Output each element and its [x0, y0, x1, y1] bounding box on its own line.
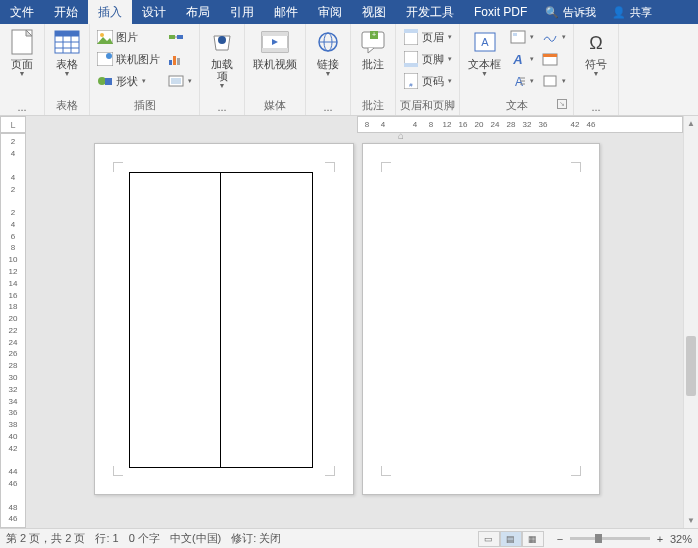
header-button[interactable]: 页眉▾	[400, 26, 455, 48]
date-icon	[542, 51, 558, 67]
chart-button[interactable]	[165, 48, 195, 70]
scroll-thumb[interactable]	[686, 336, 696, 396]
zoom-out-button[interactable]: −	[554, 533, 566, 545]
text-box-icon: A	[471, 28, 499, 56]
tab-devtools[interactable]: 开发工具	[396, 0, 464, 24]
links-button[interactable]: 链接 ▼	[310, 26, 346, 79]
view-buttons: ▭ ▤ ▦	[478, 531, 544, 547]
parts-icon	[510, 29, 526, 45]
tell-me[interactable]: 🔍告诉我	[537, 0, 604, 24]
ruler-vertical[interactable]: 2442246810121416182022242628303234363840…	[0, 133, 26, 528]
status-language[interactable]: 中文(中国)	[170, 531, 221, 546]
status-line[interactable]: 行: 1	[95, 531, 118, 546]
signature-button[interactable]: ▾	[539, 26, 569, 48]
document-table[interactable]	[129, 172, 313, 468]
scroll-up-button[interactable]: ▲	[684, 116, 698, 131]
drop-cap-button[interactable]: A▾	[507, 70, 537, 92]
tab-review[interactable]: 审阅	[308, 0, 352, 24]
crop-mark	[381, 466, 391, 476]
dialog-launcher[interactable]: ↘	[557, 99, 567, 109]
share-button[interactable]: 👤共享	[604, 0, 660, 24]
screenshot-button[interactable]: ▾	[165, 70, 195, 92]
online-picture-icon	[97, 51, 113, 67]
tab-view[interactable]: 视图	[352, 0, 396, 24]
table-cell[interactable]	[221, 172, 313, 468]
svg-rect-14	[169, 35, 175, 39]
group-pages: 页面 ▼ ...	[0, 24, 45, 115]
chart-icon	[168, 51, 184, 67]
chevron-down-icon: ▼	[593, 70, 600, 77]
smartart-button[interactable]	[165, 26, 195, 48]
ruler-horizontal[interactable]: ⌂8448121620242832364246	[357, 116, 683, 133]
tab-references[interactable]: 引用	[220, 0, 264, 24]
crop-mark	[113, 162, 123, 172]
view-web-button[interactable]: ▦	[522, 531, 544, 547]
page-number-button[interactable]: #页码▾	[400, 70, 455, 92]
chevron-down-icon: ▾	[530, 55, 534, 63]
tab-foxit[interactable]: Foxit PDF	[464, 0, 537, 24]
svg-point-9	[100, 33, 104, 37]
object-icon	[542, 73, 558, 89]
footer-icon	[403, 51, 419, 67]
group-links: 链接 ▼ ...	[306, 24, 351, 115]
chevron-down-icon: ▾	[530, 77, 534, 85]
status-page[interactable]: 第 2 页，共 2 页	[6, 531, 85, 546]
zoom-knob[interactable]	[595, 534, 602, 543]
text-box-button[interactable]: A 文本框 ▼	[464, 26, 505, 79]
object-button[interactable]: ▾	[539, 70, 569, 92]
symbol-button[interactable]: Ω 符号 ▼	[578, 26, 614, 79]
online-pictures-button[interactable]: 联机图片	[94, 48, 163, 70]
scroll-down-button[interactable]: ▼	[684, 513, 698, 528]
page-2[interactable]	[362, 143, 600, 495]
table-cell[interactable]	[129, 172, 221, 468]
view-read-button[interactable]: ▭	[478, 531, 500, 547]
pictures-button[interactable]: 图片	[94, 26, 163, 48]
date-time-button[interactable]	[539, 48, 569, 70]
svg-rect-34	[404, 63, 418, 67]
svg-rect-48	[544, 76, 556, 86]
crop-mark	[325, 162, 335, 172]
scrollbar-vertical[interactable]: ▲ ▼	[683, 116, 698, 528]
zoom-slider[interactable]	[570, 537, 650, 540]
svg-point-12	[98, 77, 106, 85]
workspace: L ⌂8448121620242832364246 24422468101214…	[0, 116, 698, 528]
status-track[interactable]: 修订: 关闭	[231, 531, 281, 546]
video-icon	[261, 28, 289, 56]
wordart-icon: A	[510, 51, 526, 67]
tab-design[interactable]: 设计	[132, 0, 176, 24]
chevron-down-icon: ▼	[325, 70, 332, 77]
group-header-footer: 页眉▾ 页脚▾ #页码▾ 页眉和页脚	[396, 24, 460, 115]
tab-home[interactable]: 开始	[44, 0, 88, 24]
svg-rect-16	[169, 60, 172, 65]
online-video-button[interactable]: 联机视频	[249, 26, 301, 72]
shapes-button[interactable]: 形状▾	[94, 70, 163, 92]
ribbon-tabs: 文件 开始 插入 设计 布局 引用 邮件 审阅 视图 开发工具 Foxit PD…	[0, 0, 698, 24]
tab-file[interactable]: 文件	[0, 0, 44, 24]
comment-button[interactable]: + 批注	[355, 26, 391, 72]
zoom-in-button[interactable]: +	[654, 533, 666, 545]
svg-text:A: A	[512, 52, 522, 66]
chevron-down-icon: ▾	[530, 33, 534, 41]
page-1[interactable]	[94, 143, 354, 495]
document-area[interactable]	[26, 133, 683, 528]
tab-selector[interactable]: L	[0, 116, 26, 133]
svg-rect-20	[171, 78, 181, 84]
footer-button[interactable]: 页脚▾	[400, 48, 455, 70]
zoom-control: − + 32%	[554, 533, 692, 545]
svg-text:A: A	[481, 36, 489, 48]
group-label-comments: 批注	[355, 96, 391, 115]
tab-insert[interactable]: 插入	[88, 0, 132, 24]
quick-parts-button[interactable]: ▾	[507, 26, 537, 48]
cover-page-button[interactable]: 页面 ▼	[4, 26, 40, 79]
status-words[interactable]: 0 个字	[129, 531, 160, 546]
zoom-level[interactable]: 32%	[670, 533, 692, 545]
addins-button[interactable]: 加载 项 ▼	[204, 26, 240, 91]
tab-mailings[interactable]: 邮件	[264, 0, 308, 24]
group-illustrations: 图片 联机图片 形状▾ ▾ 插图	[90, 24, 200, 115]
table-button[interactable]: 表格 ▼	[49, 26, 85, 79]
wordart-button[interactable]: A▾	[507, 48, 537, 70]
group-label-pages: ...	[4, 99, 40, 115]
tab-layout[interactable]: 布局	[176, 0, 220, 24]
person-icon: 👤	[612, 6, 626, 19]
view-print-button[interactable]: ▤	[500, 531, 522, 547]
